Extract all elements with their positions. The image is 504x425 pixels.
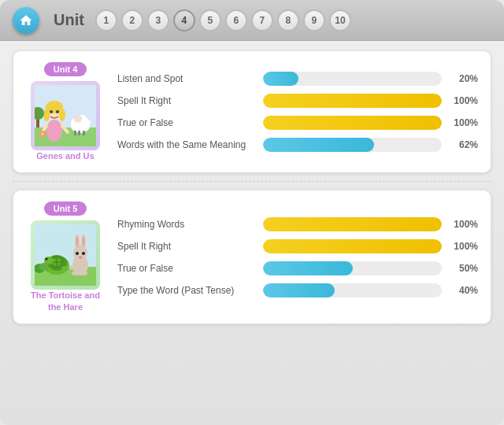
progress-row: Spell It Right 100% <box>117 94 478 108</box>
svg-point-38 <box>76 236 79 247</box>
progress-row: Spell It Right 100% <box>117 239 478 253</box>
progress-row: Listen and Spot 20% <box>117 72 478 86</box>
svg-point-20 <box>41 132 44 135</box>
progress-bar-container <box>263 94 442 108</box>
activity-label: Spell It Right <box>117 241 255 252</box>
svg-point-44 <box>72 271 80 275</box>
unit-tabs: 1 2 3 4 5 6 7 8 9 10 <box>95 9 351 31</box>
svg-rect-9 <box>83 131 85 135</box>
activity-label: Words with the Same Meaning <box>117 139 255 150</box>
home-icon <box>19 13 33 28</box>
unit5-card: Unit 5 <box>13 190 491 324</box>
svg-rect-7 <box>74 131 76 135</box>
unit5-illustration <box>35 224 96 286</box>
svg-point-13 <box>43 109 50 121</box>
svg-point-16 <box>56 110 59 113</box>
progress-bar <box>263 138 374 152</box>
unit-label: Unit <box>54 11 84 29</box>
progress-bar <box>263 72 298 86</box>
svg-point-41 <box>82 252 85 255</box>
svg-point-40 <box>76 252 79 255</box>
progress-row: True or False 50% <box>117 261 478 275</box>
progress-bar-container <box>263 261 442 275</box>
progress-bar-container <box>263 239 442 253</box>
svg-point-45 <box>80 271 87 275</box>
unit-tab-2[interactable]: 2 <box>121 9 143 31</box>
section-divider <box>13 181 491 182</box>
progress-percent: 40% <box>450 285 478 296</box>
content-area: Unit 4 <box>0 41 504 334</box>
unit4-progress-list: Listen and Spot 20% Spell It Right 100% <box>117 62 478 161</box>
progress-bar <box>263 94 442 108</box>
svg-point-39 <box>83 236 85 247</box>
unit4-title: Genes and Us <box>36 150 94 161</box>
activity-label: Rhyming Words <box>117 219 255 230</box>
activity-label: True or False <box>117 263 255 274</box>
progress-bar <box>263 283 335 298</box>
unit4-illustration <box>35 85 96 146</box>
unit-tab-3[interactable]: 3 <box>147 9 169 31</box>
unit-tab-8[interactable]: 8 <box>277 9 299 31</box>
svg-point-43 <box>69 265 76 270</box>
unit-tab-5[interactable]: 5 <box>199 9 221 31</box>
progress-percent: 20% <box>450 73 478 84</box>
activity-label: Type the Word (Past Tense) <box>117 285 255 296</box>
unit5-badge: Unit 5 <box>44 201 87 216</box>
unit-tab-7[interactable]: 7 <box>251 9 273 31</box>
progress-percent: 50% <box>450 263 478 274</box>
progress-bar <box>263 261 353 275</box>
svg-point-10 <box>46 120 62 142</box>
unit5-image <box>31 220 100 290</box>
unit5-title: The Tortoise and the Hare <box>26 290 105 312</box>
activity-label: Spell It Right <box>117 95 255 106</box>
progress-bar-container <box>263 217 442 231</box>
unit4-badge: Unit 4 <box>44 62 87 76</box>
unit-tab-6[interactable]: 6 <box>225 9 247 31</box>
svg-point-31 <box>46 258 48 261</box>
progress-bar-container <box>263 283 442 298</box>
svg-point-32 <box>61 266 68 271</box>
home-button[interactable] <box>13 7 39 34</box>
progress-row: Words with the Same Meaning 62% <box>117 138 478 152</box>
svg-point-14 <box>59 109 65 121</box>
svg-point-6 <box>74 115 82 123</box>
unit-tab-10[interactable]: 10 <box>329 9 351 31</box>
progress-percent: 62% <box>450 139 478 150</box>
svg-point-15 <box>50 110 53 113</box>
activity-label: Listen and Spot <box>117 73 255 84</box>
unit4-image <box>31 81 100 150</box>
progress-bar <box>263 217 442 231</box>
progress-bar-container <box>263 72 442 86</box>
progress-percent: 100% <box>450 241 478 252</box>
unit-tab-4[interactable]: 4 <box>173 9 195 31</box>
progress-percent: 100% <box>450 95 478 106</box>
header: Unit 1 2 3 4 5 6 7 8 9 10 <box>0 0 504 41</box>
activity-label: True or False <box>117 117 255 128</box>
unit4-card: Unit 4 <box>13 50 491 173</box>
progress-bar <box>263 239 442 253</box>
unit-tab-9[interactable]: 9 <box>303 9 325 31</box>
progress-percent: 100% <box>450 219 478 230</box>
progress-row: True or False 100% <box>117 116 478 130</box>
svg-rect-8 <box>78 131 80 135</box>
svg-point-47 <box>39 263 49 271</box>
progress-row: Type the Word (Past Tense) 40% <box>117 283 478 298</box>
svg-point-5 <box>83 119 91 127</box>
progress-percent: 100% <box>450 117 478 128</box>
progress-bar <box>263 116 442 130</box>
progress-bar-container <box>263 138 442 152</box>
unit-tab-1[interactable]: 1 <box>95 9 117 31</box>
unit4-info: Unit 4 <box>26 62 105 161</box>
unit5-progress-list: Rhyming Words 100% Spell It Right 100% <box>117 201 478 312</box>
progress-bar-container <box>263 116 442 130</box>
unit5-info: Unit 5 <box>26 201 105 312</box>
svg-point-42 <box>79 257 82 259</box>
progress-row: Rhyming Words 100% <box>117 217 478 231</box>
app-container: Unit 1 2 3 4 5 6 7 8 9 10 Unit 4 <box>0 0 504 425</box>
